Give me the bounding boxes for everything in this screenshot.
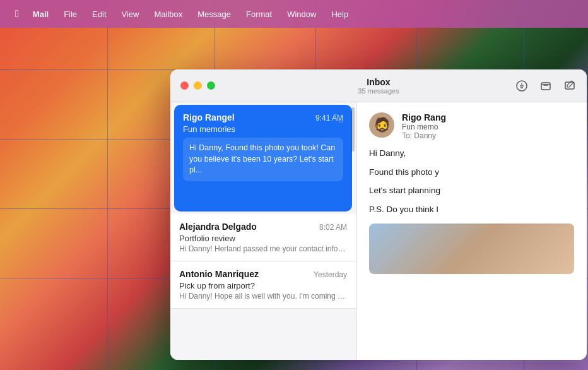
compose-icon[interactable] bbox=[563, 79, 577, 93]
window-titlebar: Inbox 35 messages bbox=[170, 69, 587, 102]
menu-mail[interactable]: Mail bbox=[26, 7, 55, 21]
avatar: 🧔 bbox=[369, 112, 394, 138]
reading-body-line-3: Let's start planning bbox=[369, 184, 574, 198]
sender-name-antonio: Antonio Manriquez bbox=[179, 269, 259, 279]
menu-format[interactable]: Format bbox=[240, 7, 278, 21]
titlebar-actions bbox=[515, 79, 577, 93]
message-subject-rigo: Fun memories bbox=[183, 124, 343, 134]
menu-edit[interactable]: Edit bbox=[86, 7, 112, 21]
reading-sender-row: 🧔 Rigo Rang Fun memo To: Danny bbox=[369, 112, 574, 140]
scrollbar-thumb bbox=[351, 107, 355, 152]
reading-to: To: Danny bbox=[402, 131, 574, 140]
menu-mailbox[interactable]: Mailbox bbox=[148, 7, 189, 21]
reading-body-line-1: Hi Danny, bbox=[369, 146, 574, 160]
reading-body-line-2: Found this photo y bbox=[369, 165, 574, 179]
traffic-lights bbox=[180, 81, 215, 90]
sender-name-alejandra: Alejandra Delgado bbox=[179, 222, 257, 232]
message-time-antonio: Yesterday bbox=[314, 270, 347, 279]
reading-sender-info: Rigo Rang Fun memo To: Danny bbox=[402, 112, 574, 140]
sender-name-rigo: Rigo Rangel bbox=[183, 112, 235, 122]
window-title: Inbox bbox=[358, 77, 399, 87]
message-item-rigo[interactable]: Rigo Rangel 9:41 AM Fun memories 📎 Hi Da… bbox=[174, 105, 352, 212]
message-subject-antonio: Pick up from airport? bbox=[179, 281, 347, 290]
message-header-alejandra: Alejandra Delgado 8:02 AM bbox=[179, 222, 347, 232]
reading-pane: 🧔 Rigo Rang Fun memo To: Danny Hi Danny,… bbox=[356, 102, 587, 360]
menu-help[interactable]: Help bbox=[325, 7, 355, 21]
menubar:  Mail File Edit View Mailbox Message Fo… bbox=[0, 0, 588, 28]
menu-view[interactable]: View bbox=[115, 7, 146, 21]
filter-icon[interactable] bbox=[515, 79, 529, 93]
scrollbar-track[interactable] bbox=[351, 102, 355, 360]
message-preview-antonio: Hi Danny! Hope all is well with you. I'm… bbox=[179, 292, 347, 301]
preview-bubble: Hi Danny, Found this photo you took! Can… bbox=[183, 138, 343, 181]
window-content: Rigo Rangel 9:41 AM Fun memories 📎 Hi Da… bbox=[170, 102, 587, 360]
message-header-antonio: Antonio Manriquez Yesterday bbox=[179, 269, 347, 279]
preview-bubble-text: Hi Danny, Found this photo you took! Can… bbox=[189, 143, 337, 176]
menu-message[interactable]: Message bbox=[191, 7, 237, 21]
window-subtitle: 35 messages bbox=[358, 87, 399, 95]
archive-icon[interactable] bbox=[539, 79, 553, 93]
menu-file[interactable]: File bbox=[57, 7, 83, 21]
reading-photo-placeholder bbox=[369, 224, 574, 274]
message-list-panel[interactable]: Rigo Rangel 9:41 AM Fun memories 📎 Hi Da… bbox=[170, 102, 356, 360]
reading-sender-name: Rigo Rang bbox=[402, 112, 574, 122]
apple-menu[interactable]:  bbox=[10, 6, 24, 22]
message-time-alejandra: 8:02 AM bbox=[319, 223, 347, 232]
menu-window[interactable]: Window bbox=[281, 7, 322, 21]
message-item-antonio[interactable]: Antonio Manriquez Yesterday Pick up from… bbox=[170, 261, 356, 309]
message-subject-alejandra: Portfolio review bbox=[179, 234, 347, 243]
window-title-area: Inbox 35 messages bbox=[358, 77, 399, 95]
mail-window: Inbox 35 messages bbox=[170, 69, 587, 360]
reading-subject: Fun memo bbox=[402, 122, 574, 131]
minimize-button[interactable] bbox=[194, 81, 202, 90]
message-item-alejandra[interactable]: Alejandra Delgado 8:02 AM Portfolio revi… bbox=[170, 214, 356, 261]
reading-body: Hi Danny, Found this photo y Let's start… bbox=[369, 146, 574, 216]
message-header-rigo: Rigo Rangel 9:41 AM bbox=[183, 112, 343, 122]
attachment-icon: 📎 bbox=[333, 114, 343, 123]
close-button[interactable] bbox=[180, 81, 189, 90]
reading-body-line-4: P.S. Do you think I bbox=[369, 203, 574, 217]
maximize-button[interactable] bbox=[207, 81, 215, 90]
message-preview-alejandra: Hi Danny! Herland passed me your contact… bbox=[179, 244, 347, 253]
svg-rect-4 bbox=[541, 83, 550, 90]
